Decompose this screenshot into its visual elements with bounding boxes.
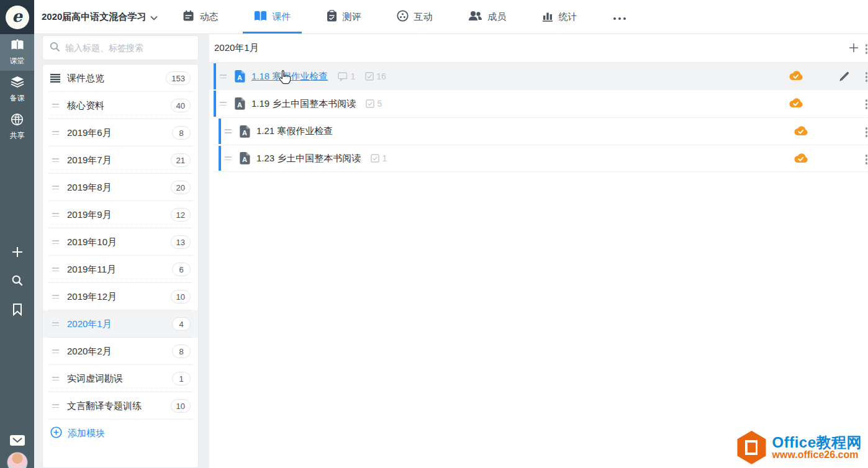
app-logo[interactable]: e [0,0,34,34]
sidebar-item-2020-01[interactable]: 2020年1月 4 [43,310,198,338]
sidebar-item-shici[interactable]: 实词虚词勘误 1 [43,365,198,392]
sidebar-item-overview[interactable]: 课件总览 153 [43,65,198,92]
courseware-title[interactable]: 1.19 乡土中国整本书阅读 [251,98,356,110]
module-label: 实词虚词勘误 [67,373,172,385]
add-module-button[interactable]: 添加模块 [43,420,198,447]
courseware-title[interactable]: 1.21 寒假作业检查 [256,125,333,137]
courseware-row[interactable]: A 1.23 乡土中国整本书阅读 1 [214,145,868,172]
section-title: 2020年1月 [214,42,259,54]
tab-more[interactable] [610,0,629,34]
bookmark-icon[interactable] [12,303,23,318]
tab-assessment[interactable]: 测评 [324,0,363,34]
row-more-icon[interactable] [866,72,868,82]
mail-button[interactable] [0,435,34,446]
drag-handle-icon[interactable] [50,322,60,326]
count-badge: 8 [172,344,191,358]
sidebar-item-2020-02[interactable]: 2020年2月 8 [43,338,198,365]
row-accent-bar [214,63,216,89]
courseware-title[interactable]: 1.23 乡土中国整本书阅读 [256,153,361,164]
rail-item-share[interactable]: 共享 [0,108,34,145]
module-label: 文言翻译专题训练 [67,400,171,412]
plus-icon[interactable] [11,246,24,261]
row-accent-bar [219,119,221,144]
drag-handle-icon[interactable] [50,240,60,244]
count-badge: 10 [171,399,191,413]
drag-handle-icon[interactable] [50,295,60,299]
drag-handle-icon[interactable] [50,186,60,189]
sidebar-item-wenyan[interactable]: 文言翻译专题训练 10 [43,392,198,420]
row-more-icon[interactable] [866,155,868,164]
sidebar-item-core[interactable]: 核心资料 40 [43,92,198,119]
drag-handle-icon[interactable] [50,158,60,162]
tab-interaction[interactable]: 互动 [394,0,435,34]
drag-handle-icon[interactable] [225,129,232,133]
drag-handle-icon[interactable] [50,349,60,353]
tab-members[interactable]: 成员 [466,0,509,34]
document-icon: A [240,125,250,138]
tab-dynamics[interactable]: 动态 [180,0,220,34]
count-badge: 153 [166,71,191,85]
office-logo-icon [736,431,767,464]
cloud-synced-icon[interactable] [789,97,803,110]
cloud-synced-icon[interactable] [793,153,808,166]
add-courseware-icon[interactable] [849,43,859,55]
module-label: 2019年6月 [67,127,172,139]
tab-label: 互动 [414,11,432,23]
sidebar-item-2019-06[interactable]: 2019年6月 8 [43,119,198,146]
module-label: 2019年11月 [67,264,172,276]
rail-item-classroom[interactable]: 课堂 [0,34,34,71]
sidebar-item-2019-11[interactable]: 2019年11月 6 [43,256,198,283]
sidebar-search[interactable] [42,35,199,60]
section-more-icon[interactable] [866,44,868,54]
sidebar-item-2019-07[interactable]: 2019年7月 21 [43,146,198,174]
count-badge: 21 [171,153,191,167]
cloud-synced-icon[interactable] [789,70,803,83]
drag-handle-icon[interactable] [50,131,60,135]
drag-handle-icon[interactable] [50,377,60,380]
svg-text:A: A [242,156,247,163]
row-accent-bar [214,91,216,117]
sidebar-item-2019-10[interactable]: 2019年10月 13 [43,228,198,256]
drag-handle-icon[interactable] [50,404,60,408]
checkbox-icon [366,99,374,108]
sidebar-item-2019-12[interactable]: 2019年12月 10 [43,283,198,310]
count-badge: 20 [171,181,191,194]
courseware-title-link[interactable]: 1.18 寒假作业检查 [251,71,328,83]
clipboard-icon [327,10,337,24]
svg-text:A: A [237,101,242,109]
chevron-down-icon [150,12,158,22]
document-icon: A [235,97,245,110]
user-avatar[interactable] [7,452,28,468]
courseware-row[interactable]: A 1.21 寒假作业检查 [214,117,868,145]
module-sidebar: 课件总览 153 核心资料 40 2019年6月 8 2019年7月 21 20… [42,35,199,468]
count-badge: 40 [171,99,191,112]
drag-handle-icon[interactable] [225,156,232,160]
rail-item-prep[interactable]: 备课 [0,71,34,108]
tab-courseware[interactable]: 课件 [251,0,293,34]
search-input[interactable] [65,43,191,53]
search-icon[interactable] [11,274,24,289]
tab-statistics[interactable]: 统计 [540,0,579,34]
module-label: 2020年1月 [67,318,172,330]
courseware-row[interactable]: A 1.19 乡土中国整本书阅读 5 [209,90,868,117]
drag-handle-icon[interactable] [220,74,227,78]
edit-pencil-icon[interactable] [838,71,850,85]
document-icon: A [240,152,250,164]
module-label: 2019年7月 [67,155,171,166]
sidebar-item-2019-08[interactable]: 2019年8月 20 [43,174,198,201]
count-badge: 1 [172,372,191,385]
drag-handle-icon[interactable] [50,213,60,217]
row-more-icon[interactable] [866,127,868,137]
watermark: Office教程网 www.office26.com [736,431,862,464]
courseware-row[interactable]: A 1.18 寒假作业检查 1 16 [209,63,868,90]
sidebar-item-2019-09[interactable]: 2019年9月 12 [43,201,198,228]
drag-handle-icon[interactable] [50,268,60,271]
stats-icon [542,11,553,24]
row-more-icon[interactable] [866,99,868,109]
search-icon [50,42,60,55]
drag-handle-icon[interactable] [50,104,60,107]
tab-label: 测评 [342,11,361,23]
drag-handle-icon[interactable] [220,102,227,106]
cloud-synced-icon[interactable] [793,125,808,138]
course-switcher[interactable]: 2020届高中语文混合学习 [42,0,158,34]
